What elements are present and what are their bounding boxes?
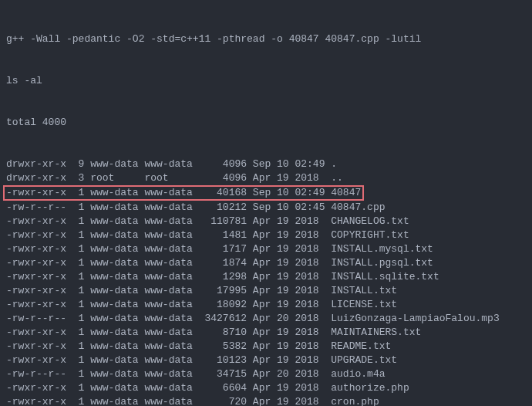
total-line: total 4000 bbox=[6, 116, 526, 130]
file-row: -rwxr-xr-x 1 www-data www-data 40168 Sep… bbox=[6, 185, 526, 201]
file-row: -rw-r--r-- 1 www-data www-data 34715 Apr… bbox=[6, 367, 526, 381]
file-row: -rwxr-xr-x 1 www-data www-data 6604 Apr … bbox=[6, 381, 526, 395]
file-row: -rwxr-xr-x 1 www-data www-data 5382 Apr … bbox=[6, 340, 526, 354]
file-row: -rwxr-xr-x 1 www-data www-data 1874 Apr … bbox=[6, 256, 526, 270]
file-row: -rw-r--r-- 1 www-data www-data 10212 Sep… bbox=[6, 201, 526, 215]
file-row: -rwxr-xr-x 1 www-data www-data 17995 Apr… bbox=[6, 284, 526, 298]
terminal-output: g++ -Wall -pedantic -O2 -std=c++11 -pthr… bbox=[0, 0, 532, 406]
file-row: -rwxr-xr-x 1 www-data www-data 8710 Apr … bbox=[6, 326, 526, 340]
command-compile: g++ -Wall -pedantic -O2 -std=c++11 -pthr… bbox=[6, 32, 526, 46]
file-row: -rwxr-xr-x 1 www-data www-data 18092 Apr… bbox=[6, 298, 526, 312]
file-row: -rwxr-xr-x 1 www-data www-data 1298 Apr … bbox=[6, 270, 526, 284]
command-ls: ls -al bbox=[6, 74, 526, 88]
file-row: -rw-r--r-- 1 www-data www-data 3427612 A… bbox=[6, 312, 526, 326]
file-row: -rwxr-xr-x 1 www-data www-data 10123 Apr… bbox=[6, 354, 526, 367]
file-row: drwxr-xr-x 3 root root 4096 Apr 19 2018 … bbox=[6, 171, 526, 185]
file-row: -rwxr-xr-x 1 www-data www-data 1717 Apr … bbox=[6, 242, 526, 256]
file-listing: drwxr-xr-x 9 www-data www-data 4096 Sep … bbox=[6, 157, 526, 406]
file-row: -rwxr-xr-x 1 www-data www-data 110781 Ap… bbox=[6, 215, 526, 228]
file-row: drwxr-xr-x 9 www-data www-data 4096 Sep … bbox=[6, 157, 526, 171]
file-row: -rwxr-xr-x 1 www-data www-data 720 Apr 1… bbox=[6, 395, 526, 406]
file-row: -rwxr-xr-x 1 www-data www-data 1481 Apr … bbox=[6, 228, 526, 242]
highlighted-file-row: -rwxr-xr-x 1 www-data www-data 40168 Sep… bbox=[3, 185, 364, 201]
